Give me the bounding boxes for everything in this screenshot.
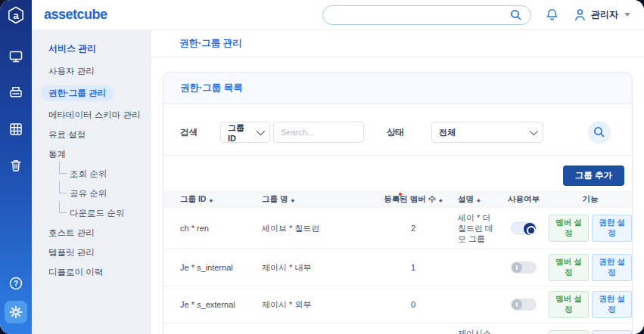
member-count-cell: 1 xyxy=(379,258,447,277)
required-dot xyxy=(399,193,402,196)
sidebar-item-host-mgmt[interactable]: 호스트 관리 xyxy=(48,227,151,239)
chevron-down-icon xyxy=(624,13,630,17)
permission-settings-button[interactable]: 권한 설정 xyxy=(592,330,632,334)
status-filter-label: 상태 xyxy=(387,127,404,138)
member-count-cell: 0 xyxy=(379,295,447,314)
description-cell: 제이시스 메디칼 * 스트 xyxy=(447,323,499,334)
user-icon xyxy=(573,8,587,22)
group-list-panel: 권한·그룹 목록 검색 그룹ID 상태 전체 xyxy=(163,72,633,334)
search-icon[interactable] xyxy=(509,8,523,22)
user-name: 관리자 xyxy=(591,8,618,21)
sort-icon[interactable]: ◆ xyxy=(477,197,481,203)
member-settings-button[interactable]: 멤버 설정 xyxy=(549,215,589,242)
sidebar-item-download-rank[interactable]: 다운로드 순위 xyxy=(59,208,151,219)
sidebar-item-statistics[interactable]: 통계 xyxy=(48,149,151,160)
permission-settings-button[interactable]: 권한 설정 xyxy=(592,254,632,281)
sidebar-section-title: 서비스 관리 xyxy=(48,42,151,55)
topbar: assetcube xyxy=(32,0,644,30)
sidebar: 서비스 관리 사용자 관리 권한·그룹 관리 메타데이터 스키마 관리 유료 설… xyxy=(32,30,151,334)
sidebar-item-user-mgmt[interactable]: 사용자 관리 xyxy=(48,66,151,77)
enabled-toggle[interactable] xyxy=(511,261,537,274)
col-header-group-name[interactable]: 그룹 명◆ xyxy=(262,194,379,205)
add-group-button[interactable]: 그룹 추가 xyxy=(563,165,624,186)
group-name-cell: 세이브 * 칠드런 xyxy=(262,218,379,238)
settings-gear-icon[interactable] xyxy=(5,301,27,323)
sidebar-item-deploy-history[interactable]: 디플로이 이력 xyxy=(48,267,151,278)
sort-icon[interactable]: ◆ xyxy=(439,197,443,203)
keyword-search-input[interactable] xyxy=(273,122,364,143)
sort-icon[interactable]: ◆ xyxy=(291,197,294,203)
sidebar-item-template-mgmt[interactable]: 템플릿 관리 xyxy=(48,247,151,258)
grid-icon[interactable] xyxy=(8,121,24,138)
svg-text:?: ? xyxy=(14,280,18,288)
app-window: a xyxy=(0,0,644,334)
table-row: jei * s_user 제이시 * 메디칼 유저 0 제이시스 메디칼 * 스… xyxy=(163,323,632,334)
screen: a xyxy=(0,0,644,334)
col-header-functions: 기능 xyxy=(549,194,632,205)
global-search-input[interactable] xyxy=(331,11,509,20)
user-menu[interactable]: 관리자 xyxy=(573,8,630,22)
col-header-description[interactable]: 설명◆ xyxy=(447,194,499,205)
col-header-member-count[interactable]: 등록된 멤버 수◆ xyxy=(379,194,447,205)
member-settings-button[interactable]: 멤버 설정 xyxy=(549,254,589,281)
search-filter-label: 검색 xyxy=(180,127,198,138)
printer-icon[interactable] xyxy=(8,85,24,101)
col-header-group-id[interactable]: 그룹 ID◆ xyxy=(180,194,262,205)
panel-title: 권한·그룹 목록 xyxy=(163,73,632,104)
permission-settings-button[interactable]: 권한 설정 xyxy=(592,291,632,318)
table-header-row: 그룹 ID◆ 그룹 명◆ 등록된 멤버 수◆ 설명◆ 사용여부 기능 xyxy=(163,191,632,208)
group-id-cell: Je * s_internal xyxy=(180,258,262,277)
description-cell xyxy=(447,300,499,309)
group-table: 그룹 ID◆ 그룹 명◆ 등록된 멤버 수◆ 설명◆ 사용여부 기능 ch * … xyxy=(163,191,632,334)
status-select[interactable]: 전체 xyxy=(431,122,543,143)
sidebar-item-view-rank[interactable]: 조회 순위 xyxy=(59,169,151,180)
search-field-select[interactable]: 그룹ID xyxy=(220,122,270,143)
description-cell xyxy=(447,263,499,272)
member-settings-button[interactable]: 멤버 설정 xyxy=(549,330,589,334)
enabled-toggle[interactable] xyxy=(511,298,537,311)
svg-text:a: a xyxy=(13,10,19,21)
page-title: 권한·그룹 관리 xyxy=(151,30,644,57)
table-row: Je * s_internal 제이시 * 내부 1 멤버 설정 권한 설정 xyxy=(163,249,632,286)
sidebar-item-share-rank[interactable]: 공유 순위 xyxy=(59,188,151,199)
table-row: Je * s_external 제이시 * 외부 0 멤버 설정 권한 설정 xyxy=(163,286,632,323)
description-cell: 세이 * 더 칠드런 데모 그룹 xyxy=(447,208,499,249)
chevron-down-icon xyxy=(257,127,265,135)
trash-icon[interactable] xyxy=(8,157,24,174)
icon-rail: a xyxy=(0,0,32,334)
sidebar-item-permission-group-mgmt[interactable]: 권한·그룹 관리 xyxy=(48,85,151,101)
group-id-cell: Je * s_external xyxy=(180,295,262,314)
monitor-icon[interactable] xyxy=(8,48,24,65)
help-icon[interactable]: ? xyxy=(8,275,24,292)
table-row: ch * ren 세이브 * 칠드런 2 세이 * 더 칠드런 데모 그룹 멤버… xyxy=(163,208,632,249)
search-submit-button[interactable] xyxy=(588,121,611,144)
main-content: 권한·그룹 관리 권한·그룹 목록 검색 그룹ID 상태 전체 xyxy=(151,30,644,334)
global-search[interactable] xyxy=(322,5,531,25)
permission-settings-button[interactable]: 권한 설정 xyxy=(592,215,632,242)
group-id-cell: ch * ren xyxy=(180,218,262,238)
filter-row: 검색 그룹ID 상태 전체 xyxy=(180,122,632,143)
member-count-cell: 2 xyxy=(379,218,447,238)
sort-icon[interactable]: ◆ xyxy=(209,197,213,203)
sidebar-item-metadata-schema-mgmt[interactable]: 메타데이터 스키마 관리 xyxy=(48,110,151,121)
col-header-enabled: 사용여부 xyxy=(499,194,549,205)
group-name-cell: 제이시 * 외부 xyxy=(262,295,379,314)
chevron-down-icon xyxy=(530,127,538,135)
logo-icon[interactable]: a xyxy=(0,0,32,30)
group-name-cell: 제이시 * 내부 xyxy=(262,258,379,277)
enabled-toggle[interactable] xyxy=(511,222,537,234)
sidebar-item-paid-settings[interactable]: 유료 설정 xyxy=(48,129,151,141)
member-settings-button[interactable]: 멤버 설정 xyxy=(549,291,589,318)
brand-logotype[interactable]: assetcube xyxy=(44,7,107,23)
notifications-bell-icon[interactable] xyxy=(545,8,559,22)
